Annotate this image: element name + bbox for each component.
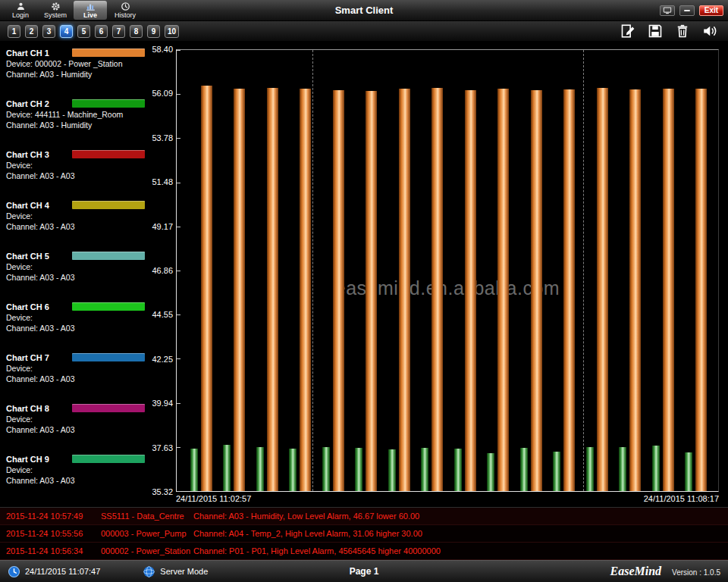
channel-entry-3[interactable]: Chart CH 3Device:Channel: A03 - A03: [6, 146, 149, 197]
channel-entry-5[interactable]: Chart CH 5Device:Channel: A03 - A03: [6, 248, 149, 299]
channel-title: Chart CH 7: [6, 353, 72, 362]
channel-color-swatch: [72, 455, 145, 463]
y-tick-mark: [177, 447, 180, 448]
bar-ch1: [234, 89, 245, 491]
y-tick-label: 44.55: [152, 310, 173, 319]
bar-ch2: [289, 449, 297, 491]
plot-area: easemind.en.alibaba.com: [176, 49, 719, 492]
page-button-10[interactable]: 10: [165, 25, 179, 38]
speaker-icon[interactable]: [702, 23, 717, 39]
channel-title: Chart CH 4: [6, 201, 72, 210]
channel-entry-2[interactable]: Chart CH 2Device: 444111 - Machine_RoomC…: [6, 95, 149, 146]
alarm-row[interactable]: 2015-11-24 10:55:56000003 - Power_PumpCh…: [0, 525, 728, 543]
version-label: Version : 1.0.5: [672, 568, 720, 577]
y-tick-mark: [177, 491, 180, 492]
alarm-row[interactable]: 2015-11-24 10:56:34000002 - Power_Statio…: [0, 543, 728, 560]
y-tick-label: 53.78: [152, 133, 173, 142]
nav-item-history[interactable]: History: [108, 1, 142, 20]
bar-ch1: [267, 88, 278, 491]
save-icon[interactable]: [648, 23, 663, 39]
channel-entry-6[interactable]: Chart CH 6Device:Channel: A03 - A03: [6, 299, 149, 349]
channel-entry-8[interactable]: Chart CH 8Device:Channel: A03 - A03: [6, 400, 149, 451]
channel-color-swatch: [72, 48, 145, 57]
y-tick-label: 42.25: [152, 355, 173, 364]
channel-channel: Channel: A03 - A03: [6, 272, 149, 283]
minimize-icon[interactable]: [679, 5, 695, 16]
page-button-9[interactable]: 9: [147, 25, 160, 38]
bar-ch1: [201, 86, 212, 491]
bar-ch2: [652, 446, 660, 491]
bar-ch2: [553, 452, 560, 491]
nav-tabs: LoginSystemLiveHistory: [0, 0, 143, 20]
exit-button[interactable]: Exit: [699, 5, 723, 16]
nav-item-live[interactable]: Live: [74, 1, 107, 20]
channel-color-swatch: [72, 150, 145, 158]
channel-device: Device: 444111 - Machine_Room: [6, 109, 149, 120]
alarm-time: 2015-11-24 10:55:56: [6, 529, 101, 538]
delete-icon[interactable]: [675, 23, 690, 39]
nav-item-label: Live: [83, 11, 97, 19]
y-tick-label: 49.17: [152, 222, 173, 231]
bar-ch1: [531, 90, 542, 491]
channel-color-swatch: [72, 404, 145, 412]
y-axis: 58.4056.0953.7851.4849.1746.8644.5542.25…: [149, 49, 176, 492]
display-icon[interactable]: [660, 5, 675, 16]
channel-channel: Channel: A03 - A03: [6, 475, 149, 486]
y-tick-label: 39.94: [152, 399, 173, 408]
channel-color-swatch: [72, 99, 145, 108]
page-button-2[interactable]: 2: [25, 25, 38, 38]
bar-ch1: [333, 90, 344, 491]
channel-device: Device:: [6, 160, 149, 171]
nav-item-label: Login: [12, 11, 29, 19]
alarm-time: 2015-11-24 10:57:49: [6, 512, 101, 521]
page-buttons: 12345678910: [8, 25, 179, 38]
system-icon: [51, 2, 61, 11]
page-button-1[interactable]: 1: [8, 25, 20, 38]
alarm-message: Channel: A03 - Humidity, Low Level Alarm…: [193, 512, 728, 521]
server-mode-icon: [143, 565, 155, 578]
dashed-gridline: [583, 50, 584, 491]
alarm-device: 000002 - Power_Station: [101, 546, 193, 555]
bar-ch2: [355, 448, 362, 491]
nav-item-system[interactable]: System: [39, 1, 72, 20]
nav-item-label: History: [115, 11, 136, 19]
page-button-5[interactable]: 5: [77, 25, 90, 38]
nav-item-login[interactable]: Login: [4, 1, 37, 20]
bar-ch1: [497, 89, 509, 491]
y-tick-label: 51.48: [152, 177, 173, 186]
server-mode-group: Server Mode: [143, 565, 208, 578]
page-button-8[interactable]: 8: [130, 25, 143, 38]
alarm-list: 2015-11-24 10:57:49SS5111 - Data_CentreC…: [0, 507, 728, 560]
page-button-6[interactable]: 6: [95, 25, 108, 38]
alarm-device: 000003 - Power_Pump: [101, 529, 193, 538]
channel-channel: Channel: A03 - Humidity: [6, 69, 149, 80]
channel-entry-1[interactable]: Chart CH 1Device: 000002 - Power _Statio…: [6, 45, 149, 95]
bar-ch1: [431, 88, 443, 491]
page-bar: 12345678910: [0, 21, 728, 42]
alarm-device: SS5111 - Data_Centre: [101, 512, 193, 521]
alarm-row[interactable]: 2015-11-24 10:57:49SS5111 - Data_CentreC…: [0, 508, 728, 525]
channel-color-swatch: [72, 201, 145, 209]
channel-entry-9[interactable]: Chart CH 9Device:Channel: A03 - A03: [6, 451, 149, 502]
bar-ch2: [388, 449, 396, 491]
channel-entry-4[interactable]: Chart CH 4Device:Channel: A03 - A03: [6, 197, 149, 248]
bar-ch1: [629, 89, 641, 491]
nav-item-label: System: [44, 11, 67, 19]
y-tick-mark: [177, 94, 180, 95]
bar-ch2: [520, 448, 528, 491]
channel-color-swatch: [72, 353, 145, 361]
edit-icon[interactable]: [620, 23, 635, 39]
channel-channel: Channel: A03 - A03: [6, 374, 149, 384]
page-button-3[interactable]: 3: [42, 25, 55, 38]
channel-entry-7[interactable]: Chart CH 7Device:Channel: A03 - A03: [6, 349, 149, 400]
chart: easemind.en.alibaba.com 24/11/2015 11:02…: [176, 49, 719, 507]
channel-device: Device:: [6, 465, 149, 475]
channel-color-swatch: [72, 302, 145, 311]
y-tick-mark: [177, 403, 180, 404]
channel-channel: Channel: A03 - Humidity: [6, 120, 149, 130]
page-button-4[interactable]: 4: [60, 25, 73, 38]
channel-title: Chart CH 5: [6, 252, 72, 261]
bar-ch1: [465, 90, 476, 491]
alarm-message: Channel: A04 - Temp_2, High Level Alarm,…: [193, 529, 728, 538]
page-button-7[interactable]: 7: [112, 25, 125, 38]
